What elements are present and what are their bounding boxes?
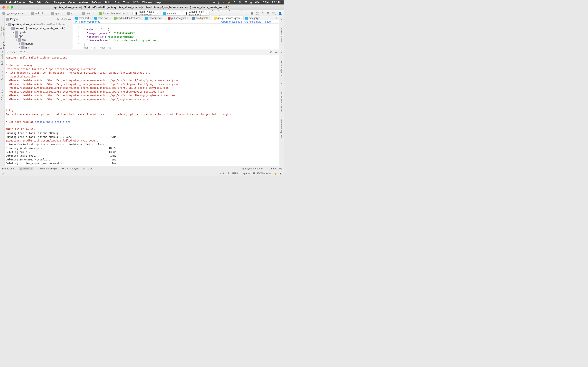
tree-node-root[interactable]: quotes_share_mania [12, 23, 39, 26]
close-tab-icon[interactable]: × [140, 17, 141, 19]
editor-tab[interactable]: build.gradle× [190, 16, 212, 20]
breadcrumb-seg[interactable]: main [80, 11, 97, 16]
chevron-down-icon[interactable]: ▾ [20, 18, 21, 20]
terminal-output[interactable]: FAILURE: Build failed with an exception.… [4, 55, 279, 166]
spotlight-icon[interactable]: 🔍 [238, 1, 242, 4]
dart-analysis-tab[interactable]: ◆ Dart Analysis [62, 167, 79, 170]
breadcrumb-seg[interactable]: app [49, 11, 65, 16]
crumb[interactable]: client [84, 46, 89, 49]
avd-button[interactable]: ▣ [251, 12, 253, 15]
target-device-selector[interactable]: 📱Redmi Note 8 Pro (mobile)▾ [132, 11, 160, 16]
structure-button[interactable]: ⊞ [267, 12, 269, 15]
tree-node[interactable]: android [16, 27, 25, 30]
todo-tab[interactable]: ☑ TODO [83, 167, 93, 170]
favorites-tab[interactable]: 2: Favorites [1, 71, 3, 83]
crumb[interactable]: 0 [94, 46, 95, 49]
indent-setting[interactable]: 2 spaces [241, 172, 250, 175]
flutter-performance-tab[interactable]: Flutter Performance [280, 92, 283, 111]
editor-tab[interactable]: main.dart× [93, 16, 112, 20]
structure-tab[interactable]: 7: Structure [1, 89, 3, 100]
device-file-explorer-tab[interactable]: Device File Explorer [280, 118, 283, 138]
layout-inspector-tab[interactable]: ⊞ Layout Inspector [242, 167, 263, 170]
readonly-lock-icon[interactable]: 🔓 [274, 172, 277, 175]
file-encoding[interactable]: UTF-8 [232, 172, 238, 175]
menu-navigate[interactable]: Navigate [54, 1, 65, 4]
locate-icon[interactable]: ⊕ [56, 17, 59, 21]
menu-refactor[interactable]: Refactor [91, 1, 102, 4]
json-schema[interactable]: No JSON schema [253, 172, 271, 175]
run-config-selector[interactable]: main.dart▾ [161, 11, 182, 16]
menu-vcs[interactable]: VCS [133, 1, 139, 4]
close-tab-icon[interactable]: × [27, 51, 29, 53]
event-log-tab[interactable]: ◯ Event Log [268, 167, 282, 170]
close-tab-icon[interactable]: × [187, 17, 189, 19]
menu-run[interactable]: Run [115, 1, 120, 4]
device-box-selector[interactable]: 📱Xiaomi Redmi Note 8 Pro▾ [183, 11, 209, 16]
gear-icon[interactable]: ⚙ [270, 50, 273, 54]
expand-icon[interactable]: ⇲ [60, 17, 63, 21]
editor-tab[interactable]: pubspec.yaml× [166, 16, 190, 20]
hide-icon[interactable]: — [275, 50, 277, 54]
hide-icon[interactable]: — [68, 17, 71, 21]
code-editor[interactable]: 123456 { "project_info": { "project_numb… [73, 24, 279, 46]
tab-overflow[interactable]: ≡3 [273, 17, 279, 19]
menu-tools[interactable]: Tools [123, 1, 130, 4]
editor-tab[interactable]: network.dart× [143, 16, 166, 20]
logcat-tab[interactable]: ≣ 6: Logcat [2, 167, 15, 170]
breadcrumb-seg[interactable]: AndroidManifest.xml [98, 11, 131, 16]
menu-help[interactable]: Help [155, 1, 161, 4]
menu-edit[interactable]: Edit [36, 1, 41, 4]
menu-window[interactable]: Window [142, 1, 152, 4]
resource-manager-tab[interactable]: Resource Manager [0, 22, 5, 36]
terminal-tab[interactable]: ▤ Terminal [18, 167, 33, 170]
bluetooth-icon[interactable]: ⌔ [223, 1, 224, 4]
line-separator[interactable]: LF [227, 172, 229, 175]
tree-node[interactable]: .gradle [19, 31, 27, 34]
breadcrumb-seg[interactable]: src [65, 11, 80, 16]
tree-node[interactable]: src [22, 38, 26, 42]
editor-tab[interactable]: category.d× [243, 16, 264, 20]
battery-icon[interactable]: ⚡ [227, 1, 231, 4]
siri-icon[interactable]: ◉ [250, 1, 252, 4]
close-tab-icon[interactable]: × [209, 17, 210, 19]
tree-node[interactable]: main [25, 46, 31, 49]
control-center-icon[interactable]: ☰ [245, 1, 247, 4]
menu-view[interactable]: View [45, 1, 51, 4]
tree-node[interactable]: debug [25, 42, 33, 45]
profile-avatar[interactable]: 👤 [278, 12, 282, 15]
memory-indicator-icon[interactable]: ◧ [280, 172, 282, 175]
flutter-outline-tab[interactable]: Flutter Outline [280, 27, 283, 42]
menu-file[interactable]: File [29, 1, 33, 4]
editor-tab[interactable]: term.dart× [74, 16, 93, 20]
build-variants-tab[interactable]: Build Variants [1, 51, 3, 65]
menu-code[interactable]: Code [68, 1, 75, 4]
close-tab-icon[interactable]: × [241, 17, 242, 19]
close-tab-icon[interactable]: × [261, 17, 262, 19]
open-in-as-link[interactable]: Open for Editing in Android Studio [221, 20, 261, 23]
wifi-icon[interactable]: ⌃ [233, 1, 236, 4]
menu-analyze[interactable]: Analyze [78, 1, 88, 4]
sdk-button[interactable]: ⬚ [256, 12, 259, 15]
tree-node[interactable]: app [19, 34, 23, 38]
sync-button[interactable]: ⟳ [261, 12, 264, 15]
status-icon[interactable]: ▢ [2, 172, 4, 175]
help-link[interactable]: https://help.gradle.org [35, 120, 70, 123]
project-tab[interactable]: 1: Project [0, 42, 5, 49]
project-view-label[interactable]: Project [10, 17, 18, 21]
crumb[interactable]: client_info [100, 46, 112, 49]
gear-icon[interactable]: ⚙ [64, 17, 67, 21]
close-tab-icon[interactable]: × [163, 17, 164, 19]
close-tab-icon[interactable]: × [90, 17, 91, 19]
caret-position[interactable]: 9:18 [219, 172, 224, 175]
menubar-clock[interactable]: Wed 10 Feb 12:32 PM [255, 1, 282, 4]
multios-tab[interactable]: ⧉ Multi-OS Engine [38, 167, 58, 170]
search-button[interactable]: 🔍 [272, 12, 276, 15]
breadcrumb-seg[interactable]: android [29, 11, 49, 16]
menu-build[interactable]: Build [105, 1, 111, 4]
breadcrumb-seg[interactable]: s_share_mania [1, 11, 29, 16]
close-tab-icon[interactable]: × [109, 17, 110, 19]
hide-banner-link[interactable]: Hide [265, 20, 271, 23]
status-dot-icon[interactable]: ● [213, 1, 215, 4]
editor-tab[interactable]: google-services.json× [212, 16, 243, 20]
flutter-inspector-tab[interactable]: Flutter Inspector [280, 60, 283, 76]
